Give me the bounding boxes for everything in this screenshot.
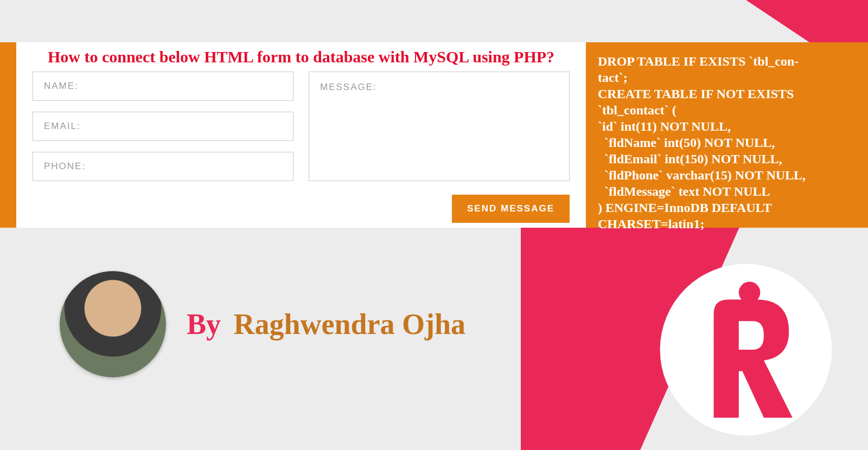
author-avatar [60, 271, 166, 377]
phone-field[interactable]: PHONE: [33, 152, 293, 181]
email-field[interactable]: EMAIL: [33, 112, 293, 141]
message-field[interactable]: MESSAGE: [309, 72, 570, 181]
byline-by-label: By [187, 308, 221, 340]
name-field[interactable]: NAME: [33, 72, 293, 101]
send-message-button[interactable]: SEND MESSAGE [452, 195, 570, 223]
byline-author-name: Raghwendra Ojha [234, 308, 466, 340]
sql-code-block: DROP TABLE IF EXISTS `tbl_con- tact`; CR… [586, 42, 868, 228]
contact-form-card: How to connect below HTML form to databa… [16, 42, 586, 228]
form-title: How to connect below HTML form to databa… [33, 47, 570, 72]
hero-band: How to connect below HTML form to databa… [0, 42, 868, 228]
brand-logo [656, 260, 835, 439]
author-byline: By Raghwendra Ojha [60, 271, 465, 377]
